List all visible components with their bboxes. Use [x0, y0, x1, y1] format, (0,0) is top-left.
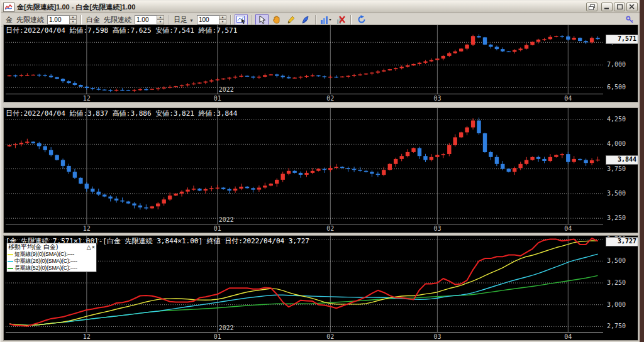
- cursor-arrow-icon: [258, 16, 265, 24]
- maximize-button[interactable]: [614, 3, 625, 11]
- y-axis-tick: 4,250: [607, 116, 626, 123]
- indicator-chart-button[interactable]: [319, 14, 333, 25]
- chart-crosshair-icon: [236, 16, 246, 24]
- pencil-icon: [287, 16, 295, 24]
- x-axis-separator: [6, 94, 603, 94]
- x-axis-month-label: 01: [214, 225, 221, 232]
- toolbar-separator: [230, 15, 231, 25]
- platinum-series-label: 先限連続: [104, 15, 131, 25]
- draw-pen-button[interactable]: [299, 14, 312, 25]
- platinum-multiplier-up-button[interactable]: ▲: [157, 15, 164, 20]
- platinum-ohlc-readout: 日付:2022/04/04 始値:3,837 高値:3,886 安値:3,821…: [6, 109, 237, 118]
- long-ma-swatch: [8, 268, 13, 269]
- bar-count-up-button[interactable]: ▲: [219, 15, 226, 20]
- x-axis-month-label: 12: [83, 95, 91, 102]
- x-axis-month-label: 02: [326, 225, 334, 232]
- x-axis-month-label: 12: [83, 225, 91, 232]
- minimize-button[interactable]: [601, 3, 613, 11]
- x-axis-month-label: 01: [214, 95, 221, 102]
- gold-multiplier-up-button[interactable]: ▲: [69, 15, 77, 20]
- float-window-button[interactable]: [586, 3, 597, 11]
- x-axis-year-label: 2022: [219, 324, 234, 331]
- mid-ma-swatch: [8, 261, 13, 262]
- y-axis-tick: 3,500: [607, 190, 626, 197]
- legend-collapse-button[interactable]: △: [87, 245, 91, 250]
- settings-button[interactable]: [623, 14, 636, 25]
- bar-chart-icon: [320, 16, 332, 24]
- legend-close-button[interactable]: ×: [92, 245, 95, 250]
- spread-value-axis: 3,727 2,7503,0003,2503,5003,750: [605, 236, 638, 341]
- gold-ohlc-readout: 日付:2022/04/04 始値:7,598 高値:7,625 安値:7,541…: [6, 26, 237, 35]
- gold-symbol-label: 金: [6, 15, 13, 25]
- x-axis-year-label: 2022: [219, 216, 234, 223]
- platinum-last-price-label: 3,844: [606, 155, 638, 165]
- spread-chart-panel: [金 先限連続 7,571×1.00]-[白金 先限連続 3,844×1.00]…: [3, 235, 638, 341]
- platinum-symbol-label: 白金: [86, 15, 100, 25]
- x-axis-separator: [6, 224, 603, 224]
- y-axis-tick: 3,000: [607, 301, 626, 308]
- gold-multiplier-spinner: ▲▼: [47, 15, 77, 25]
- gold-multiplier-down-button[interactable]: ▼: [69, 19, 77, 25]
- x-axis-month-label: 03: [433, 95, 441, 102]
- y-axis-tick: 7,000: [607, 61, 626, 68]
- platinum-candlestick-chart[interactable]: [6, 108, 603, 224]
- x-axis-month-label: 04: [564, 95, 572, 102]
- legend-row-long-ma: 長期線(52)(0)(SMA)(C):----: [7, 265, 96, 272]
- bar-count-spinner: ▲▼: [197, 15, 226, 25]
- crosshair-mode-button[interactable]: [235, 14, 248, 25]
- refresh-icon: [357, 15, 366, 24]
- gold-multiplier-input[interactable]: [47, 15, 69, 25]
- y-axis-tick: 3,500: [607, 257, 626, 264]
- select-cursor-button[interactable]: [255, 14, 269, 25]
- short-ma-swatch: [8, 254, 13, 255]
- delete-indicator-button[interactable]: [334, 14, 347, 25]
- x-axis-month-label: 03: [433, 333, 441, 340]
- gold-candlestick-chart[interactable]: [6, 25, 603, 94]
- toolbar-separator: [251, 15, 252, 25]
- platinum-multiplier-input[interactable]: [135, 15, 157, 25]
- x-axis-year-label: 2022: [219, 86, 234, 93]
- platinum-multiplier-spinner: ▲▼: [135, 15, 164, 25]
- x-axis-month-label: 02: [326, 333, 334, 340]
- app-window: 金[先限連続]1.00 - 白金[先限連続]1.00 金 先限連続 ▲▼: [0, 0, 640, 342]
- desktop-background: 金[先限連続]1.00 - 白金[先限連続]1.00 金 先限連続 ▲▼: [0, 0, 644, 342]
- draw-pencil-button[interactable]: [284, 14, 297, 25]
- period-dropdown[interactable]: 日足 ▼: [174, 15, 194, 25]
- chart-window-icon: [3, 3, 14, 12]
- pan-hand-button[interactable]: [270, 14, 283, 25]
- x-axis-month-label: 02: [326, 95, 334, 102]
- y-axis-tick: 6,500: [607, 84, 626, 91]
- toolbar-separator: [350, 15, 352, 25]
- x-axis-separator: [6, 332, 603, 333]
- refresh-button[interactable]: [355, 14, 368, 25]
- x-axis-month-label: 04: [564, 225, 572, 232]
- close-button[interactable]: [626, 3, 638, 11]
- x-axis-month-label: 01: [214, 333, 221, 340]
- spread-last-value-label: 3,727: [606, 237, 638, 246]
- x-axis-month-label: 12: [83, 333, 91, 340]
- bar-count-down-button[interactable]: ▼: [219, 19, 226, 25]
- y-axis-tick: 3,750: [607, 165, 626, 172]
- gold-last-price-label: 7,571: [606, 35, 638, 44]
- window-title: 金[先限連続]1.00 - 白金[先限連続]1.00: [17, 3, 585, 12]
- toolbar-separator: [315, 15, 316, 25]
- y-axis-tick: 3,250: [607, 279, 626, 286]
- pen-quill-icon: [301, 16, 309, 24]
- y-axis-tick: 4,000: [607, 140, 626, 147]
- titlebar[interactable]: 金[先限連続]1.00 - 白金[先限連続]1.00: [1, 1, 640, 13]
- toolbar-separator: [80, 15, 82, 25]
- key-icon: [626, 16, 634, 24]
- hand-icon: [272, 16, 280, 24]
- bar-count-input[interactable]: [197, 15, 219, 25]
- platinum-chart-panel: 日付:2022/04/04 始値:3,837 高値:3,886 安値:3,821…: [3, 108, 638, 233]
- gold-chart-panel: 日付:2022/04/04 始値:7,598 高値:7,625 安値:7,541…: [3, 25, 638, 102]
- gold-series-label: 先限連続: [16, 15, 44, 25]
- x-axis-month-label: 03: [433, 225, 441, 232]
- platinum-multiplier-down-button[interactable]: ▼: [157, 19, 164, 25]
- y-axis-tick: 3,250: [607, 214, 626, 221]
- x-axis-month-label: 04: [564, 333, 572, 340]
- platinum-price-axis: 3,844 3,2503,5003,7504,0004,250: [605, 108, 638, 234]
- delete-chart-icon: [336, 16, 345, 24]
- chevron-down-icon: ▼: [189, 18, 194, 23]
- gold-price-axis: 7,571 6,5007,0007,500: [605, 25, 638, 103]
